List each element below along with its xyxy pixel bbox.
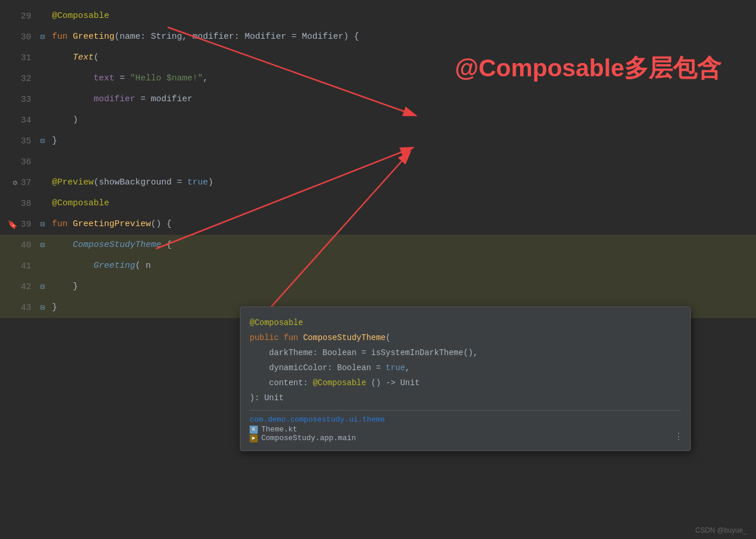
line-num-text: 29 [21, 12, 31, 21]
line-number-36: 36 [0, 157, 40, 167]
code-content-33: modifier = modifier [50, 89, 192, 110]
token-plain: = [286, 32, 302, 42]
code-line-34: 34 ) [0, 110, 756, 131]
line-num-text: 30 [21, 32, 31, 42]
tooltip-popup: @Composable public fun ComposeStudyTheme… [240, 307, 691, 451]
code-content-38: @Composable [50, 193, 109, 214]
code-line-42: 42⊟ } [0, 276, 756, 297]
token-modifier-param: text [94, 73, 114, 83]
line-num-text: 31 [21, 53, 31, 63]
code-line-30: 30⊟fun Greeting(name: String, modifier: … [0, 27, 756, 47]
tooltip-public: public [250, 333, 284, 342]
code-content-43: } [50, 297, 57, 318]
token-plain: , [182, 32, 192, 42]
code-content-32: text = "Hello $name!", [50, 68, 208, 89]
token-plain: ( n [135, 261, 151, 271]
token-param-name: modifier [192, 32, 234, 42]
code-content-41: Greeting( n [50, 256, 151, 276]
line-number-38: 38 [0, 199, 40, 209]
token-plain: ) [208, 178, 213, 187]
line-number-32: 32 [0, 74, 40, 84]
code-line-40: 40⊟ ComposeStudyTheme { [0, 235, 756, 256]
fold-icon-43[interactable]: ⊟ [40, 303, 50, 312]
tooltip-line-1: @Composable [250, 315, 681, 330]
token-plain [52, 282, 73, 291]
tooltip-package: com.demo.composestudy.ui.theme [250, 415, 681, 424]
line-number-35: 35 [0, 136, 40, 146]
fold-icon-35[interactable]: ⊟ [40, 136, 50, 146]
token-plain: { [161, 240, 172, 250]
fold-icon-30[interactable]: ⊟ [40, 32, 50, 42]
line-number-29: 29 [0, 12, 40, 21]
gear-icon[interactable]: ⚙ [13, 178, 17, 187]
token-fn-name: Greeting [73, 32, 114, 42]
code-line-39: 🔖39⊟fun GreetingPreview() { [0, 214, 756, 235]
line-num-text: 43 [21, 303, 31, 313]
token-plain: } [52, 136, 57, 146]
token-plain: (showBackground = [94, 178, 187, 187]
token-compose-fn: ComposeStudyTheme [73, 240, 161, 250]
code-content-40: ComposeStudyTheme { [50, 235, 172, 256]
code-editor: 29@Composable30⊟fun Greeting(name: Strin… [0, 0, 756, 539]
token-annotation: @Preview [52, 178, 94, 187]
code-line-41: 41 Greeting( n [0, 256, 756, 276]
token-plain: , [203, 73, 208, 83]
token-plain [52, 261, 94, 271]
token-modifier-param: modifier [94, 94, 135, 104]
bookmark-icon[interactable]: 🔖 [8, 220, 17, 230]
line-num-text: 36 [21, 157, 31, 167]
line-number-40: 40 [0, 241, 40, 250]
code-content-31: Text( [50, 47, 99, 68]
token-kw-fun: fun [52, 32, 73, 42]
tooltip-app: ▶ ComposeStudy.app.main [250, 434, 681, 442]
token-type-name: Modifier [302, 32, 343, 42]
code-content-30: fun Greeting(name: String, modifier: Mod… [50, 27, 359, 47]
code-line-37: ⚙37@Preview(showBackground = true) [0, 172, 756, 193]
token-plain [52, 94, 94, 104]
app-icon: ▶ [250, 434, 258, 442]
line-number-43: 43 [0, 303, 40, 313]
line-num-text: 38 [21, 199, 31, 209]
line-number-30: 30 [0, 32, 40, 42]
code-line-29: 29@Composable [0, 6, 756, 27]
tooltip-line-3: darkTheme: Boolean = isSystemInDarkTheme… [250, 345, 681, 360]
line-number-41: 41 [0, 261, 40, 271]
code-content-35: } [50, 131, 57, 152]
token-type-name: Modifier [244, 32, 286, 42]
token-type-name: String [151, 32, 182, 42]
code-content-34: ) [50, 110, 78, 131]
line-num-text: 32 [21, 74, 31, 84]
token-compose-fn-text: Text [73, 53, 94, 62]
tooltip-line-2: public fun ComposeStudyTheme( [250, 330, 681, 345]
line-number-34: 34 [0, 116, 40, 125]
token-plain: ) { [343, 32, 359, 42]
token-string-val: "Hello $name!" [130, 73, 203, 83]
line-num-text: 39 [21, 220, 31, 230]
tooltip-line-4: dynamicColor: Boolean = true, [250, 360, 681, 375]
code-content-39: fun GreetingPreview() { [50, 214, 172, 235]
code-content-37: @Preview(showBackground = true) [50, 172, 213, 193]
line-num-text: 37 [21, 178, 31, 188]
fold-icon-42[interactable]: ⊟ [40, 282, 50, 291]
tooltip-line-6: ): Unit [250, 390, 681, 405]
line-num-text: 34 [21, 116, 31, 125]
more-button[interactable]: ⋮ [674, 431, 683, 442]
token-plain [52, 53, 73, 62]
code-line-33: 33 modifier = modifier [0, 89, 756, 110]
token-plain: () { [151, 219, 172, 229]
token-plain: ( [114, 32, 120, 42]
token-plain: : [234, 32, 244, 42]
tooltip-fn-name: ComposeStudyTheme [303, 333, 386, 342]
token-plain: = [114, 73, 130, 83]
token-plain: ) [52, 115, 78, 125]
line-number-39: 🔖39 [0, 220, 40, 230]
fold-icon-40[interactable]: ⊟ [40, 241, 50, 250]
token-plain [52, 240, 73, 250]
line-number-42: 42 [0, 282, 40, 292]
line-num-text: 42 [21, 282, 31, 292]
file-icon: K [250, 426, 258, 434]
tooltip-file: K Theme.kt [250, 425, 681, 434]
code-content-29: @Composable [50, 6, 109, 27]
token-fn-name: GreetingPreview [73, 219, 151, 229]
fold-icon-39[interactable]: ⊟ [40, 220, 50, 229]
